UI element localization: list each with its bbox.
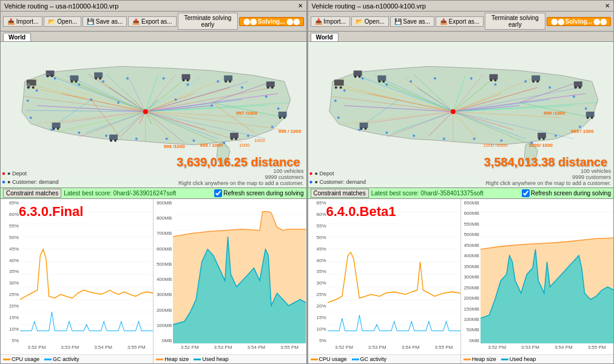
- svg-point-203: [574, 86, 576, 89]
- left-charts: 6.3.0.Final 65%60%55%50% 45%40%35%30% 25…: [1, 199, 306, 363]
- svg-rect-74: [224, 75, 232, 81]
- svg-point-240: [337, 116, 339, 119]
- right-map[interactable]: 969 / 1000 996 /1000 1000/ 1000 1000 /10…: [308, 42, 614, 187]
- left-constraint-tab[interactable]: Constraint matches: [3, 189, 61, 198]
- svg-text:1000: 1000: [254, 138, 265, 143]
- left-open-button[interactable]: 📂 Open...: [44, 16, 81, 27]
- right-used-label: Used heap: [510, 356, 536, 362]
- used-color: [194, 359, 201, 360]
- left-customers: 9999 customers: [178, 174, 304, 180]
- svg-point-98: [143, 109, 148, 114]
- left-terminate-button[interactable]: Terminate solving early: [178, 13, 238, 30]
- svg-rect-199: [531, 75, 540, 81]
- right-click-hint: Right click anywhere on the map to add a…: [178, 180, 304, 186]
- svg-point-91: [57, 127, 59, 130]
- left-refresh-checkbox[interactable]: [214, 189, 222, 197]
- svg-point-101: [78, 83, 80, 86]
- svg-point-194: [378, 80, 380, 83]
- depot-label: ● Depot: [7, 170, 27, 178]
- right-gc-label: GC activity: [360, 356, 387, 362]
- left-heap-legend-item: Heap size: [156, 356, 189, 362]
- svg-point-113: [192, 140, 195, 142]
- left-heap-label: Heap size: [164, 356, 189, 362]
- svg-text:969 / 1000: 969 / 1000: [570, 129, 593, 134]
- right-terminate-button[interactable]: Terminate solving early: [485, 13, 545, 30]
- right-panel: Vehicle routing – usa-n10000-k100.vrp ✕ …: [307, 0, 615, 364]
- left-cpu-legend-item: CPU usage: [3, 356, 39, 362]
- svg-point-198: [494, 79, 496, 81]
- svg-point-72: [183, 79, 185, 81]
- right-heap-canvas: 650MB600MB550MB500MB 450MB400MB350MB300M…: [461, 199, 613, 354]
- svg-point-69: [95, 77, 97, 79]
- svg-point-229: [572, 95, 575, 98]
- left-heap-plot: [173, 199, 306, 343]
- right-customers: 9999 customers: [485, 174, 611, 180]
- svg-point-114: [166, 138, 168, 140]
- left-refresh-label: Refresh screen during solving: [223, 190, 303, 197]
- right-cpu-legend-item: CPU usage: [311, 356, 347, 362]
- svg-point-231: [578, 126, 581, 128]
- right-depot-dot: ●: [309, 169, 313, 178]
- left-save-button[interactable]: 💾 Save as...: [83, 16, 127, 27]
- svg-rect-89: [52, 123, 61, 128]
- right-refresh-label: Refresh screen during solving: [531, 190, 611, 197]
- left-world-tab[interactable]: World: [3, 33, 31, 41]
- left-cpu-x-axis: 3:52 PM3:53 PM3:54 PM3:55 PM: [20, 343, 153, 354]
- svg-point-88: [114, 140, 116, 142]
- right-open-button[interactable]: 📂 Open...: [351, 16, 389, 27]
- right-heap-chart: 650MB600MB550MB500MB 450MB400MB350MB300M…: [461, 199, 613, 363]
- right-used-color: [501, 359, 508, 360]
- left-heap-canvas: 900MB800MB700MB600MB 500MB400MB300MB200M…: [154, 199, 306, 354]
- svg-point-84: [231, 138, 233, 140]
- right-heap-x-axis: 3:52 PM3:53 PM3:54 PM3:55 PM: [481, 343, 613, 354]
- right-export-button[interactable]: 📤 Export as...: [436, 16, 484, 27]
- svg-point-122: [117, 101, 120, 104]
- right-save-button[interactable]: 💾 Save as...: [390, 16, 434, 27]
- left-gc-label: GC activity: [53, 356, 79, 362]
- right-world-tab[interactable]: World: [311, 33, 339, 41]
- svg-rect-202: [573, 81, 582, 87]
- right-close-button[interactable]: ✕: [605, 2, 610, 9]
- left-heap-chart: 900MB800MB700MB600MB 500MB400MB300MB200M…: [154, 199, 306, 363]
- right-cpu-color: [311, 359, 318, 360]
- svg-point-120: [27, 99, 29, 102]
- depot-dot: ●: [2, 169, 5, 178]
- svg-point-213: [364, 127, 366, 130]
- svg-point-78: [267, 86, 269, 89]
- svg-text:996 /1000: 996 /1000: [544, 110, 565, 116]
- right-constraint-tab[interactable]: Constraint matches: [311, 189, 369, 198]
- svg-point-63: [47, 75, 49, 77]
- right-gc-color: [352, 359, 359, 360]
- left-map[interactable]: 999 / 1000 997 /1000 999 / 1000 998 /100…: [1, 42, 306, 187]
- svg-point-111: [247, 135, 249, 137]
- svg-point-64: [51, 75, 53, 77]
- right-cpu-plot: [328, 199, 461, 343]
- svg-point-221: [361, 77, 363, 79]
- svg-point-191: [354, 75, 356, 78]
- right-gc-legend-item: GC activity: [352, 356, 387, 362]
- right-heap-color: [464, 359, 471, 360]
- left-heap-legend: Heap size Used heap: [154, 354, 306, 363]
- svg-point-85: [235, 138, 237, 140]
- left-title: Vehicle routing – usa-n10000-k100.vrp: [4, 2, 118, 10]
- right-import-button[interactable]: 📥 Import...: [311, 16, 350, 27]
- right-solving-indicator: ⬤⬤ Solving... ⬤⬤: [547, 17, 611, 26]
- svg-point-210: [542, 138, 545, 140]
- right-refresh-checkbox[interactable]: [522, 189, 530, 197]
- left-export-button[interactable]: 📤 Export as...: [128, 16, 176, 27]
- svg-text:998 /1000: 998 /1000: [164, 144, 186, 149]
- svg-point-76: [229, 80, 231, 83]
- customer-label: ● Customer: demand: [7, 178, 58, 186]
- svg-point-82: [283, 116, 286, 119]
- svg-point-106: [217, 80, 219, 83]
- left-gc-legend-item: GC activity: [44, 356, 79, 362]
- left-heap-y-axis: 900MB800MB700MB600MB 500MB400MB300MB200M…: [154, 199, 173, 343]
- svg-point-75: [224, 80, 227, 83]
- svg-point-110: [271, 126, 274, 128]
- svg-rect-80: [278, 112, 287, 117]
- left-import-button[interactable]: 📥 Import...: [3, 16, 42, 27]
- left-close-button[interactable]: ✕: [298, 2, 303, 9]
- right-bottom-area: Constraint matches Latest best score: 0h…: [308, 187, 614, 363]
- svg-rect-196: [489, 74, 498, 79]
- svg-rect-65: [70, 75, 78, 81]
